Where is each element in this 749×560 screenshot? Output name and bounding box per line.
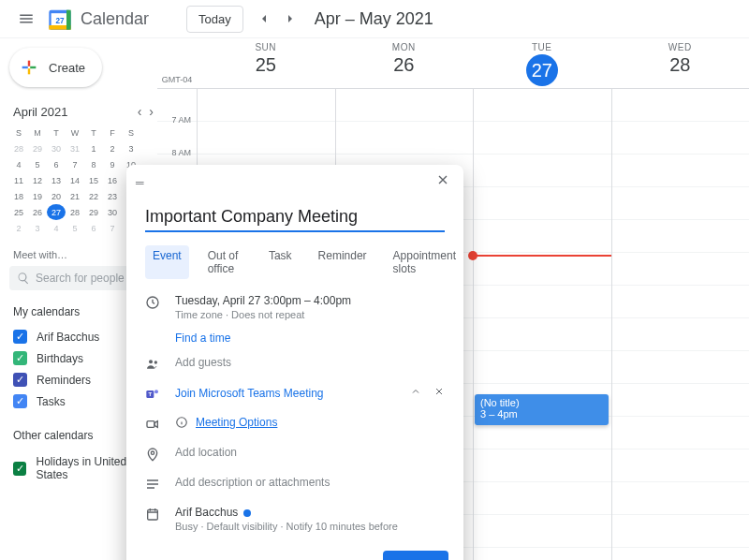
add-description-field[interactable]: Add description or attachments <box>175 476 445 489</box>
mini-dow: F <box>103 125 122 140</box>
mini-date[interactable]: 5 <box>28 156 47 172</box>
next-period-button[interactable] <box>277 6 303 32</box>
mini-prev-button[interactable]: ‹ <box>136 104 144 119</box>
save-button[interactable]: Save <box>383 551 448 560</box>
mini-date[interactable]: 12 <box>28 172 47 188</box>
clock-icon <box>145 295 162 313</box>
add-guests-field[interactable]: Add guests <box>175 356 445 369</box>
mini-date[interactable]: 8 <box>84 156 103 172</box>
find-time-link[interactable]: Find a time <box>175 332 230 345</box>
mini-date[interactable]: 20 <box>47 188 66 204</box>
mini-date[interactable]: 6 <box>84 220 103 236</box>
day-of-week: WED <box>611 42 750 52</box>
mini-date[interactable]: 22 <box>84 188 103 204</box>
mini-date[interactable]: 18 <box>9 188 28 204</box>
mini-date[interactable]: 31 <box>66 140 84 156</box>
mini-date[interactable]: 9 <box>103 156 122 172</box>
day-header[interactable]: WED28 <box>611 38 750 88</box>
prev-period-button[interactable] <box>251 6 277 32</box>
mini-date[interactable]: 16 <box>103 172 122 188</box>
my-calendars-header[interactable]: My calendars <box>13 305 80 318</box>
mini-date[interactable]: 14 <box>66 172 84 188</box>
calendar-icon <box>145 507 162 524</box>
day-header[interactable]: TUE27 <box>473 38 611 88</box>
event-type-tab[interactable]: Out of office <box>200 245 250 279</box>
close-button[interactable] <box>430 170 456 194</box>
mini-date[interactable]: 4 <box>9 156 28 172</box>
svg-text:27: 27 <box>55 17 65 25</box>
gmt-label: GMT-04 <box>157 38 197 88</box>
hamburger-menu-button[interactable] <box>7 0 45 37</box>
mini-date[interactable]: 5 <box>66 220 84 236</box>
mini-dow: T <box>47 125 66 140</box>
other-calendars-header[interactable]: Other calendars <box>13 429 93 442</box>
event-type-tab[interactable]: Reminder <box>311 245 374 279</box>
svg-point-13 <box>151 451 154 454</box>
mini-date[interactable]: 6 <box>47 156 66 172</box>
mini-date[interactable]: 7 <box>103 220 122 236</box>
organizer-name[interactable]: Arif Bacchus <box>175 506 238 519</box>
availability-line[interactable]: Busy · Default visibility · Notify 10 mi… <box>175 521 445 532</box>
app-header: 27 Calendar Today Apr – May 2021 <box>0 0 749 38</box>
mini-date[interactable]: 23 <box>103 188 122 204</box>
day-header[interactable]: SUN25 <box>197 38 335 88</box>
calendar-label: Birthdays <box>37 352 83 365</box>
mini-date[interactable]: 27 <box>47 204 66 220</box>
calendar-label: Arif Bacchus <box>37 331 99 344</box>
mini-date[interactable]: 2 <box>103 140 122 156</box>
mini-date[interactable]: 25 <box>9 204 28 220</box>
mini-date[interactable]: 7 <box>66 156 84 172</box>
mini-date[interactable]: 28 <box>9 140 28 156</box>
svg-rect-14 <box>148 509 158 520</box>
mini-date[interactable]: 1 <box>84 140 103 156</box>
checkbox-icon[interactable]: ✓ <box>13 373 27 387</box>
calendar-label: Reminders <box>37 374 91 387</box>
event-block[interactable]: (No title) 3 – 4pm <box>475 394 609 425</box>
mini-date[interactable]: 13 <box>47 172 66 188</box>
timezone-repeat[interactable]: Time zone · Does not repeat <box>175 309 445 320</box>
meeting-options-link[interactable]: Meeting Options <box>196 416 277 429</box>
calendar-label: Tasks <box>37 395 66 408</box>
checkbox-icon[interactable]: ✓ <box>13 351 27 365</box>
checkbox-icon[interactable]: ✓ <box>13 394 27 408</box>
mini-month-label: April 2021 <box>13 105 68 119</box>
checkbox-icon[interactable]: ✓ <box>13 330 27 344</box>
teams-join-link[interactable]: Join Microsoft Teams Meeting <box>175 387 324 400</box>
day-header[interactable]: MON26 <box>335 38 474 88</box>
drag-handle-icon[interactable]: ═ <box>136 176 146 189</box>
create-button[interactable]: Create <box>9 48 102 87</box>
info-icon <box>175 416 188 429</box>
now-indicator <box>473 255 611 257</box>
event-type-tab[interactable]: Appointment slots <box>386 245 463 279</box>
mini-date[interactable]: 3 <box>122 140 140 156</box>
mini-next-button[interactable]: › <box>147 104 155 119</box>
mini-date[interactable]: 28 <box>66 204 84 220</box>
mini-date[interactable]: 29 <box>84 204 103 220</box>
close-icon <box>435 172 450 187</box>
event-type-tab[interactable]: Task <box>261 245 300 279</box>
remove-conferencing-button[interactable] <box>433 387 445 400</box>
day-number: 26 <box>335 54 474 76</box>
mini-date[interactable]: 21 <box>66 188 84 204</box>
mini-date[interactable]: 15 <box>84 172 103 188</box>
mini-date[interactable]: 30 <box>103 204 122 220</box>
add-location-field[interactable]: Add location <box>175 446 445 459</box>
event-datetime[interactable]: Tuesday, April 27 3:00pm – 4:00pm <box>175 294 445 307</box>
event-title-input[interactable] <box>145 205 445 232</box>
mini-date[interactable]: 19 <box>28 188 47 204</box>
collapse-conferencing-button[interactable] <box>410 387 421 400</box>
day-of-week: TUE <box>473 42 611 52</box>
mini-date[interactable]: 2 <box>9 220 28 236</box>
mini-dow: M <box>28 125 47 140</box>
event-title: (No title) <box>480 397 603 408</box>
mini-date[interactable]: 30 <box>47 140 66 156</box>
mini-date[interactable]: 11 <box>9 172 28 188</box>
mini-date[interactable]: 26 <box>28 204 47 220</box>
mini-date[interactable]: 4 <box>47 220 66 236</box>
checkbox-icon[interactable]: ✓ <box>13 462 26 476</box>
mini-date[interactable]: 3 <box>28 220 47 236</box>
teams-icon: T <box>145 387 162 405</box>
mini-date[interactable]: 29 <box>28 140 47 156</box>
today-button[interactable]: Today <box>186 6 243 33</box>
event-type-tab[interactable]: Event <box>145 245 189 279</box>
